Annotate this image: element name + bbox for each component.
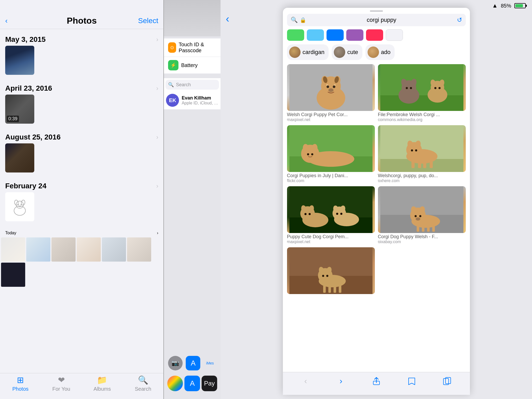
safari-share-button[interactable]	[369, 373, 384, 389]
settings-item-battery[interactable]: ⚡ Battery	[164, 57, 221, 74]
photo-thumb-august[interactable]	[5, 143, 34, 172]
suggested-searches: cardigan cute ado	[283, 44, 470, 64]
tab-for-you[interactable]: ❤ For You	[51, 375, 72, 392]
photos-nav: ‹ Photos Select	[0, 0, 163, 29]
swatch-cyan[interactable]	[307, 29, 324, 41]
swatch-pink[interactable]	[366, 29, 383, 41]
img-title-4: Welshcorgi, puppy, pup, do...	[378, 173, 466, 178]
search-tab-label: Search	[135, 386, 151, 392]
img-source-1: maxpixel.net	[287, 117, 375, 122]
grid-item-5[interactable]: Puppy Cute Dog Corgi Pem... maxpixel.net	[287, 186, 375, 244]
photo-thumb-april[interactable]: 0:39	[5, 95, 34, 124]
grid-item-3[interactable]: Corgi Puppies in July | Dani... flickr.c…	[287, 125, 375, 183]
photo-thumb-february[interactable]	[5, 192, 34, 221]
photos-select-button[interactable]: Select	[138, 17, 158, 25]
evan-message-content: Evan Killham Apple ID, iCloud, iTunes & …	[182, 95, 218, 105]
grid-item-2[interactable]: File:Pembroke Welsh Corgi ... commons.wi…	[378, 64, 466, 122]
img-source-5: maxpixel.net	[287, 240, 375, 244]
grid-row-4	[287, 247, 466, 294]
swatch-blue[interactable]	[327, 29, 344, 41]
settings-item-touch-id[interactable]: ⊙ Touch ID & Passcode	[164, 38, 221, 57]
corgi-image-5	[287, 186, 375, 233]
appstore-dock-icon[interactable]: A	[184, 376, 200, 391]
today-thumb-2[interactable]	[26, 237, 50, 262]
photos-panel: ‹ Photos Select May 3, 2015 › April 23, …	[0, 0, 163, 399]
suggest-label-ado: ado	[381, 49, 391, 56]
search-tab-icon: 🔍	[138, 375, 148, 385]
grid-item-1[interactable]: Welsh Corgi Puppy Pet Cor... maxpixel.ne…	[287, 64, 375, 122]
grid-row-2: Corgi Puppies in July | Dani... flickr.c…	[287, 125, 466, 183]
grid-item-7[interactable]	[287, 247, 375, 294]
apple-pay-icon[interactable]: Pay	[202, 376, 217, 391]
today-thumb-3[interactable]	[51, 237, 76, 262]
suggest-cute[interactable]: cute	[332, 44, 362, 60]
suggest-avatar-cardigan	[289, 46, 301, 58]
url-text: corgi puppy	[308, 17, 455, 23]
today-thumb-7[interactable]	[1, 263, 25, 287]
section-may-2015[interactable]: May 3, 2015 ›	[0, 29, 163, 46]
svg-point-78	[416, 217, 420, 221]
grid-item-6[interactable]: Corgi Dog Puppy Welsh - F... pixabay.com	[378, 186, 466, 244]
svg-point-25	[410, 87, 412, 89]
corgi-image-1	[287, 64, 375, 111]
img-source-6: pixabay.com	[378, 240, 466, 244]
tab-albums[interactable]: 📁 Albums	[92, 375, 112, 392]
evan-avatar: EK	[166, 94, 179, 107]
swatch-extra[interactable]	[386, 29, 403, 41]
safari-back-button[interactable]: ‹	[226, 13, 229, 25]
svg-point-50	[411, 149, 413, 151]
chevron-today: ›	[157, 231, 158, 235]
photo-thumb-may[interactable]	[5, 46, 34, 75]
img-source-4: pxhere.com	[378, 178, 466, 183]
safari-url-bar[interactable]: 🔍 🔒 corgi puppy ↺	[287, 14, 466, 26]
section-today[interactable]: Today ›	[0, 224, 163, 237]
today-thumbnails	[0, 237, 163, 287]
svg-point-14	[333, 85, 335, 88]
today-thumb-1[interactable]	[1, 237, 25, 262]
grid-item-4[interactable]: Welshcorgi, puppy, pup, do... pxhere.com	[378, 125, 466, 183]
suggest-cardigan[interactable]: cardigan	[287, 44, 329, 60]
message-item-evan[interactable]: EK Evan Killham Apple ID, iCloud, iTunes…	[164, 91, 221, 110]
swatch-green[interactable]	[287, 29, 304, 41]
safari-tabs-button[interactable]	[439, 373, 455, 389]
photos-dock-icon[interactable]	[167, 376, 183, 391]
chevron-april-2016: ›	[156, 85, 158, 92]
status-bar: ▲ 85%	[220, 0, 532, 11]
section-april-2016[interactable]: April 23, 2016 ›	[0, 78, 163, 95]
camera-app-icon[interactable]: 📷	[168, 356, 183, 370]
svg-point-51	[415, 149, 417, 151]
url-lock-icon: 🔒	[300, 17, 306, 23]
tab-photos[interactable]: ⊞ Photos	[10, 375, 31, 392]
today-thumb-6[interactable]	[127, 237, 151, 262]
imessage-button[interactable]: iMes	[204, 360, 217, 367]
safari-bookmarks-button[interactable]	[404, 373, 420, 389]
url-search-icon: 🔍	[291, 17, 298, 23]
today-thumb-5[interactable]	[102, 237, 126, 262]
date-february: February 24	[5, 182, 46, 190]
safari-toolbar: ‹ ›	[283, 372, 470, 395]
img-source-2: commons.wikimedia.org	[378, 117, 466, 122]
corgi-image-6	[378, 186, 466, 233]
safari-back-nav-button[interactable]: ‹	[298, 373, 314, 389]
battery-indicator	[514, 3, 526, 8]
corgi-image-7	[287, 247, 375, 294]
section-august-2016[interactable]: August 25, 2016 ›	[0, 127, 163, 143]
appstore-icon[interactable]: A	[186, 356, 200, 370]
corgi-image-4	[378, 125, 466, 172]
suggest-ado[interactable]: ado	[365, 44, 395, 60]
section-february[interactable]: February 24 ›	[0, 176, 163, 192]
svg-point-5	[21, 204, 22, 205]
svg-point-17	[334, 84, 336, 85]
tab-search[interactable]: 🔍 Search	[133, 375, 154, 392]
svg-point-38	[307, 153, 309, 155]
safari-forward-button[interactable]: ›	[333, 373, 349, 389]
svg-point-39	[311, 153, 313, 155]
color-swatches	[283, 29, 470, 44]
chevron-february: ›	[156, 182, 158, 190]
img-title-5: Puppy Cute Dog Corgi Pem...	[287, 234, 375, 240]
swatch-purple[interactable]	[346, 29, 363, 41]
evan-name: Evan Killham	[182, 95, 218, 101]
url-reload-button[interactable]: ↺	[457, 16, 462, 24]
photos-back-button[interactable]: ‹	[5, 17, 8, 25]
today-thumb-4[interactable]	[77, 237, 101, 262]
